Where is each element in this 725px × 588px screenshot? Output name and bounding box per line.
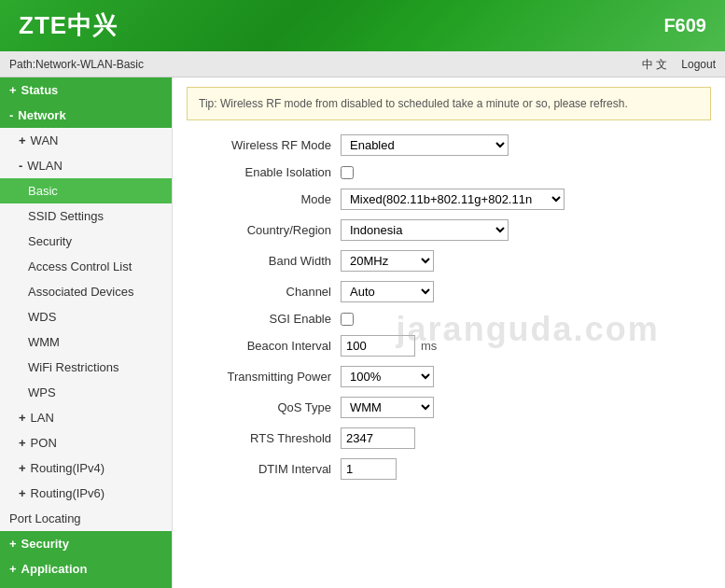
- sidebar-item-wds[interactable]: WDS: [0, 304, 172, 329]
- sidebar-item-wlan[interactable]: - WLAN: [0, 153, 172, 178]
- rts-threshold-label: RTS Threshold: [191, 431, 341, 445]
- sidebar-item-label: Network: [18, 108, 65, 122]
- plus-icon: +: [19, 436, 26, 450]
- enable-isolation-label: Enable Isolation: [191, 165, 341, 179]
- enable-isolation-checkbox[interactable]: [341, 166, 354, 179]
- sidebar-item-port-locating[interactable]: Port Locating: [0, 506, 172, 531]
- sidebar: + Status - Network + WAN - WLAN Basic SS…: [0, 77, 173, 588]
- plus-icon: +: [9, 537, 17, 551]
- mode-label: Mode: [191, 192, 341, 206]
- sidebar-item-network[interactable]: - Network: [0, 103, 172, 128]
- rts-threshold-input[interactable]: [341, 427, 415, 449]
- dtim-interval-label: DTIM Interval: [191, 462, 341, 476]
- sidebar-item-label: SSID Settings: [28, 209, 104, 223]
- tip-text: Tip: Wireless RF mode from disabled to s…: [199, 97, 628, 110]
- sidebar-item-label: Application: [21, 562, 88, 576]
- sidebar-item-label: Security: [28, 234, 72, 248]
- bandwidth-label: Band Width: [191, 254, 341, 268]
- logo: ZTE中兴: [19, 9, 118, 42]
- sidebar-item-wps[interactable]: WPS: [0, 380, 172, 405]
- plus-icon: +: [19, 461, 26, 475]
- enable-isolation-row: Enable Isolation: [191, 165, 706, 179]
- sidebar-item-label: WAN: [31, 133, 59, 147]
- sidebar-item-wan[interactable]: + WAN: [0, 128, 172, 153]
- country-region-row: Country/Region Indonesia USA Europe: [191, 219, 706, 241]
- qos-type-select[interactable]: WMM None: [341, 397, 434, 418]
- sidebar-item-label: Basic: [28, 184, 58, 198]
- logout-link[interactable]: Logout: [681, 51, 716, 77]
- bandwidth-select[interactable]: 20MHz 40MHz 20/40MHz: [341, 250, 434, 272]
- tip-box: Tip: Wireless RF mode from disabled to s…: [187, 87, 711, 120]
- sidebar-item-label: WiFi Restrictions: [28, 360, 119, 374]
- sidebar-item-label: PON: [31, 436, 57, 450]
- plus-icon: +: [9, 562, 17, 576]
- sidebar-item-access-control-list[interactable]: Access Control List: [0, 254, 172, 279]
- sidebar-item-security-section[interactable]: + Security: [0, 531, 172, 556]
- qos-type-label: QoS Type: [191, 400, 341, 414]
- beacon-interval-input[interactable]: [341, 335, 415, 357]
- form-area: Wireless RF Mode Enabled Disabled Schedu…: [173, 130, 725, 508]
- logo-area: ZTE中兴: [19, 9, 118, 42]
- sidebar-item-routing-ipv4[interactable]: + Routing(IPv4): [0, 455, 172, 481]
- beacon-interval-row: Beacon Interval ms: [191, 335, 706, 357]
- wireless-rf-mode-label: Wireless RF Mode: [191, 138, 341, 152]
- path-text: Path:Network-WLAN-Basic: [9, 51, 144, 77]
- path-bar: Path:Network-WLAN-Basic 中 文 Logout: [0, 51, 725, 77]
- sgi-enable-checkbox[interactable]: [341, 313, 354, 326]
- country-region-select[interactable]: Indonesia USA Europe: [341, 219, 509, 241]
- sidebar-item-label: Port Locating: [9, 511, 81, 525]
- sidebar-item-lan[interactable]: + LAN: [0, 405, 172, 430]
- sgi-enable-row: SGI Enable: [191, 312, 706, 326]
- sidebar-item-basic[interactable]: Basic: [0, 178, 172, 203]
- sidebar-item-label: WLAN: [27, 159, 63, 173]
- transmitting-power-label: Transmitting Power: [191, 370, 341, 384]
- plus-icon: +: [19, 133, 26, 147]
- header: ZTE中兴 F609: [0, 0, 725, 51]
- minus-icon: -: [9, 108, 13, 122]
- sidebar-item-label: WPS: [28, 385, 56, 399]
- sidebar-item-label: Security: [21, 537, 69, 551]
- model-badge: F609: [663, 15, 706, 36]
- sidebar-item-label: WDS: [28, 310, 56, 324]
- dtim-interval-input[interactable]: [341, 458, 397, 480]
- transmitting-power-row: Transmitting Power 100% 75% 50% 25%: [191, 366, 706, 387]
- channel-select[interactable]: Auto 123 456 789 1011: [341, 281, 434, 302]
- dtim-interval-row: DTIM Interval: [191, 458, 706, 480]
- country-region-label: Country/Region: [191, 223, 341, 237]
- plus-icon: +: [19, 486, 26, 500]
- path-actions: 中 文 Logout: [642, 51, 716, 77]
- sidebar-item-associated-devices[interactable]: Associated Devices: [0, 279, 172, 304]
- sidebar-item-security[interactable]: Security: [0, 229, 172, 254]
- sidebar-item-status[interactable]: + Status: [0, 77, 172, 103]
- sidebar-item-ssid-settings[interactable]: SSID Settings: [0, 203, 172, 229]
- sgi-enable-label: SGI Enable: [191, 312, 341, 326]
- rts-threshold-row: RTS Threshold: [191, 427, 706, 449]
- sidebar-item-application[interactable]: + Application: [0, 556, 172, 581]
- language-link[interactable]: 中 文: [642, 51, 667, 77]
- qos-type-row: QoS Type WMM None: [191, 397, 706, 418]
- sidebar-item-pon[interactable]: + PON: [0, 430, 172, 455]
- beacon-interval-label: Beacon Interval: [191, 339, 341, 353]
- beacon-interval-unit: ms: [421, 339, 437, 353]
- transmitting-power-select[interactable]: 100% 75% 50% 25%: [341, 366, 434, 387]
- mode-select[interactable]: Mixed(802.11b+802.11g+802.11n 802.11b on…: [341, 189, 565, 210]
- sidebar-item-administration[interactable]: + Administration: [0, 581, 172, 588]
- plus-icon: +: [19, 411, 26, 425]
- sidebar-item-label: Routing(IPv4): [31, 461, 105, 475]
- sidebar-item-routing-ipv6[interactable]: + Routing(IPv6): [0, 481, 172, 506]
- sidebar-item-wifi-restrictions[interactable]: WiFi Restrictions: [0, 355, 172, 380]
- channel-row: Channel Auto 123 456 789 1011: [191, 281, 706, 302]
- plus-icon: +: [9, 83, 17, 97]
- mode-row: Mode Mixed(802.11b+802.11g+802.11n 802.1…: [191, 189, 706, 210]
- sidebar-item-label: LAN: [31, 411, 54, 425]
- main-content: jaranguda.com Tip: Wireless RF mode from…: [173, 77, 725, 588]
- wireless-rf-mode-row: Wireless RF Mode Enabled Disabled Schedu…: [191, 134, 706, 156]
- layout: + Status - Network + WAN - WLAN Basic SS…: [0, 77, 725, 588]
- wireless-rf-mode-select[interactable]: Enabled Disabled Scheduled: [341, 134, 509, 156]
- minus-icon: -: [19, 159, 22, 173]
- sidebar-item-wmm[interactable]: WMM: [0, 329, 172, 355]
- channel-label: Channel: [191, 285, 341, 299]
- bandwidth-row: Band Width 20MHz 40MHz 20/40MHz: [191, 250, 706, 272]
- sidebar-item-label: Status: [21, 83, 59, 97]
- sidebar-item-label: WMM: [28, 335, 60, 349]
